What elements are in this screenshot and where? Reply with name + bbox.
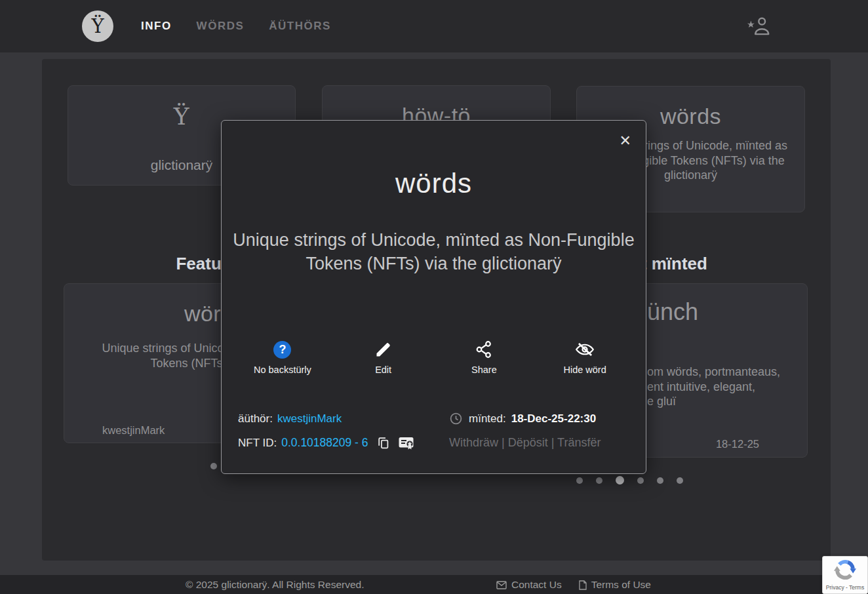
share-button[interactable]: Share [434,338,535,375]
modal-word-description: Unique strings of Unicode, mïnted as Non… [222,228,646,275]
description-line: e gluï [647,394,780,409]
recaptcha-privacy-terms[interactable]: Privacy - Terms [826,584,864,591]
copyright-text: © 2025 glictionarÿ. All Rights Reserved. [186,579,364,591]
help-icon: ? [273,341,291,359]
footer: © 2025 glictionarÿ. All Rights Reserved.… [0,575,868,594]
author-link[interactable]: kwestjinMark [277,412,342,426]
document-icon [579,580,587,590]
eye-off-icon [574,340,595,359]
action-label: Share [471,365,497,375]
edit-icon [374,340,393,359]
mail-icon [496,581,507,589]
featured-card-author[interactable]: kwestjinMark [102,424,165,437]
contact-us-link[interactable]: Contact Us [496,579,562,591]
last-minted-carousel-dots [576,476,683,485]
copy-icon [377,436,389,450]
word-detail-modal: ✕ wörds Unique strings of Unicode, mïnte… [221,120,646,474]
certificate-badge-icon [398,435,414,450]
close-icon[interactable]: ✕ [620,134,631,148]
copy-button[interactable] [377,436,389,450]
share-icon [474,340,494,359]
author-label: äüthör: [238,412,273,426]
nav-links: INFO WÖRDS ÄÜTHÖRS [141,0,331,52]
terms-of-use-label: Terms of Use [591,579,651,591]
action-label: Edit [375,365,391,375]
modal-word-title: wörds [222,168,646,199]
wallet-actions: Withdräw | Dëpösit | Tränsfër [449,435,629,450]
footer-links: Contact Us Terms of Use [496,579,651,591]
navbar: Ÿ INFO WÖRDS ÄÜTHÖRS [0,0,868,52]
nav-item-words[interactable]: WÖRDS [197,20,245,33]
page: Ÿ glictionarÿ höw-tö wörds Unique string… [0,0,868,594]
action-label: No backstürly [254,365,311,375]
edit-button[interactable]: Edit [333,338,434,375]
nft-id-label: NFT ID: [238,437,277,450]
carousel-dot[interactable] [637,477,644,484]
clock-icon [449,412,463,426]
carousel-dot[interactable] [210,463,217,469]
carousel-dot[interactable] [596,477,602,484]
modal-action-row: ? No backstürly Edit [232,338,635,375]
last-minted-card-date: 18-12-25 [716,438,759,450]
minted-row: mïnted: 18-Dec-25-22:30 [449,412,629,426]
contact-us-label: Contact Us [511,579,562,591]
author-row: äüthör: kwestjinMark [238,412,449,426]
no-backstory-button[interactable]: ? No backstürly [232,338,333,375]
action-label: Hide wörd [563,365,606,375]
modal-info-grid: äüthör: kwestjinMark mïnted: 18-Dec-25-2… [238,412,629,450]
description-line: om wörds, portmanteaus, [647,365,780,380]
nft-id-row: NFT ID: 0.0.10188209 - 6 [238,435,449,450]
carousel-dot[interactable] [657,477,663,484]
carousel-dot[interactable] [576,477,583,484]
person-star-icon [746,16,772,37]
minted-label: mïnted: [469,412,506,426]
nav-item-info[interactable]: INFO [141,20,172,33]
last-minted-card-description: om wörds, portmanteaus, ent intuitive, e… [647,365,780,409]
hashscan-badge-button[interactable] [398,435,414,450]
terms-of-use-link[interactable]: Terms of Use [579,579,651,591]
app-logo[interactable]: Ÿ [82,10,113,42]
hide-word-button[interactable]: Hide wörd [534,338,635,375]
recaptcha-icon [834,559,856,581]
minted-value: 18-Dec-25-22:30 [511,412,596,426]
recaptcha-badge[interactable]: Privacy - Terms [822,556,868,594]
nav-item-authors[interactable]: ÄÜTHÖRS [269,20,331,33]
nft-id-value[interactable]: 0.0.10188209 - 6 [281,436,368,450]
account-button[interactable] [746,16,772,39]
carousel-dot[interactable] [677,477,683,484]
carousel-dot[interactable] [616,476,624,485]
last-minted-card-title: ünch [647,298,698,326]
description-line: ent intuitive, elegant, [647,380,780,395]
